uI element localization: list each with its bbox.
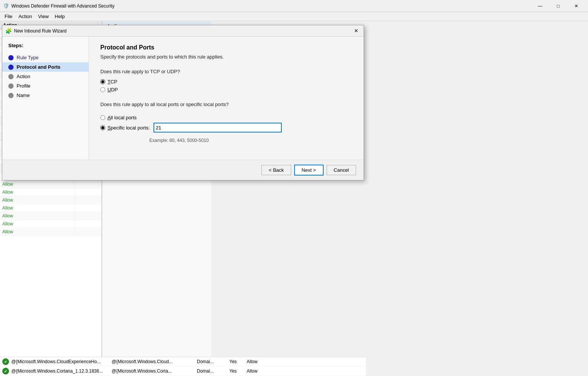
- window-controls: — □ ✕: [531, 0, 585, 12]
- ports-radio-group: All local ports Specific local ports: Ex…: [100, 115, 352, 143]
- specific-ports-row: Specific local ports:: [100, 123, 352, 133]
- step-dot: [8, 93, 14, 98]
- list-cell-action: Allow: [0, 204, 75, 212]
- tcp-radio[interactable]: [100, 79, 105, 84]
- close-button[interactable]: ✕: [568, 0, 585, 12]
- protocol-radio-group: TCP UDP: [100, 79, 352, 92]
- all-ports-radio[interactable]: [100, 115, 105, 120]
- step-label: Action: [17, 74, 30, 79]
- step-label: Protocol and Ports: [17, 64, 60, 70]
- dialog-title: New Inbound Rule Wizard: [14, 28, 349, 34]
- question1: Does this rule apply to TCP or UDP?: [100, 69, 352, 74]
- steps-panel: Steps: Rule TypeProtocol and PortsAction…: [2, 37, 89, 160]
- menu-file[interactable]: File: [2, 13, 15, 20]
- section-desc: Specify the protocols and ports to which…: [100, 54, 352, 60]
- row-icon: ✔: [2, 368, 9, 374]
- list-cell-action: Allow: [0, 196, 75, 204]
- row-name: @{Microsoft.Windows.CloudExperienceHo...: [11, 359, 102, 364]
- step-item-rule-type[interactable]: Rule Type: [2, 53, 89, 62]
- step-item-action: Action: [2, 72, 89, 81]
- step-item-protocol-and-ports[interactable]: Protocol and Ports: [2, 62, 89, 72]
- menu-help[interactable]: Help: [52, 13, 68, 20]
- step-dot: [8, 83, 14, 89]
- udp-radio[interactable]: [100, 87, 105, 92]
- step-label: Profile: [17, 83, 31, 89]
- step-item-name: Name: [2, 91, 89, 100]
- list-row[interactable]: Allow: [0, 204, 101, 212]
- dialog-main: Protocol and Ports Specify the protocols…: [89, 37, 364, 160]
- tcp-radio-item[interactable]: TCP: [100, 79, 352, 85]
- list-row[interactable]: Allow: [0, 212, 101, 220]
- app-icon: 🛡️: [3, 3, 9, 9]
- question2: Does this rule apply to all local ports …: [100, 102, 352, 107]
- step-dot: [8, 55, 14, 60]
- specific-ports-radio[interactable]: [100, 125, 105, 130]
- all-ports-label: All local ports: [107, 115, 137, 120]
- ports-example: Example: 80, 443, 5000-5010: [149, 138, 352, 143]
- list-row[interactable]: Allow: [0, 180, 101, 188]
- bottom-row[interactable]: ✔ @{Microsoft.Windows.Cortana_1.12.3.183…: [0, 367, 102, 376]
- menu-view[interactable]: View: [35, 13, 52, 20]
- dialog-close-button[interactable]: ✕: [352, 27, 361, 35]
- specific-ports-input[interactable]: [154, 123, 282, 133]
- list-row[interactable]: Allow: [0, 196, 101, 204]
- tcp-label: TCP: [107, 79, 117, 85]
- list-cell-action: Allow: [0, 220, 75, 228]
- udp-label: UDP: [107, 87, 118, 92]
- section-title: Protocol and Ports: [100, 44, 352, 51]
- title-bar: 🛡️ Windows Defender Firewall with Advanc…: [0, 0, 588, 12]
- step-label: Name: [17, 92, 30, 98]
- new-inbound-rule-wizard: 🧩 New Inbound Rule Wizard ✕ Steps: Rule …: [2, 25, 364, 180]
- step-dot: [8, 65, 14, 70]
- udp-radio-item[interactable]: UDP: [100, 87, 352, 92]
- steps-title: Steps:: [2, 43, 89, 53]
- menu-action[interactable]: Action: [15, 13, 35, 20]
- minimize-button[interactable]: —: [531, 0, 549, 12]
- maximize-button[interactable]: □: [550, 0, 567, 12]
- step-dot: [8, 74, 14, 79]
- dialog-footer: < Back Next > Cancel: [2, 160, 364, 180]
- dialog-title-bar: 🧩 New Inbound Rule Wizard ✕: [2, 25, 364, 37]
- list-cell-action: Allow: [0, 180, 75, 188]
- bottom-rows: ✔ @{Microsoft.Windows.CloudExperienceHo.…: [0, 357, 102, 376]
- dialog-icon: 🧩: [5, 28, 12, 34]
- menu-bar: File Action View Help: [0, 12, 588, 21]
- row-name: @{Microsoft.Windows.Cortana_1.12.3.1836.…: [11, 368, 102, 374]
- next-button[interactable]: Next >: [294, 165, 324, 176]
- back-button[interactable]: < Back: [261, 165, 291, 175]
- step-item-profile: Profile: [2, 81, 89, 91]
- list-row[interactable]: Allow: [0, 228, 101, 236]
- cancel-button[interactable]: Cancel: [327, 165, 356, 175]
- steps-list: Rule TypeProtocol and PortsActionProfile…: [2, 53, 89, 100]
- app-title: Windows Defender Firewall with Advanced …: [11, 3, 531, 9]
- specific-ports-radio-item[interactable]: Specific local ports:: [100, 125, 150, 131]
- list-cell-action: Allow: [0, 188, 75, 196]
- row-icon: ✔: [2, 358, 9, 365]
- list-cell-action: Allow: [0, 228, 75, 236]
- dialog-body: Steps: Rule TypeProtocol and PortsAction…: [2, 37, 364, 160]
- step-label: Rule Type: [17, 55, 38, 60]
- specific-ports-label: Specific local ports:: [107, 125, 150, 131]
- all-ports-radio-item[interactable]: All local ports: [100, 115, 352, 120]
- list-cell-action: Allow: [0, 212, 75, 220]
- bottom-row[interactable]: ✔ @{Microsoft.Windows.CloudExperienceHo.…: [0, 357, 102, 367]
- list-row[interactable]: Allow: [0, 188, 101, 196]
- list-row[interactable]: Allow: [0, 220, 101, 228]
